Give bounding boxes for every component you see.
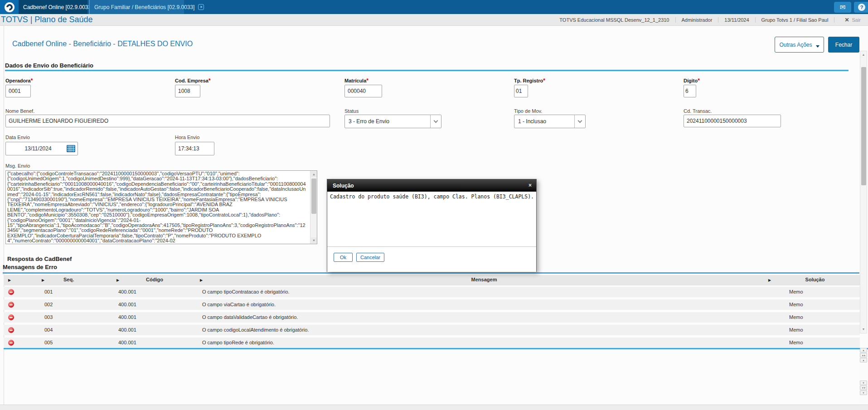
cell-solucao[interactable]: Memo [789,299,803,310]
error-table-header: ▶ ▶ Seq. ▶ Código ▶ Mensagem ▶ Solução [4,275,860,285]
scroll-up-icon[interactable]: ▲ [861,52,866,58]
nome-benef-label: Nome Benef. [5,108,34,114]
scroll-down-icon[interactable]: ▼ [311,237,317,243]
user-label[interactable]: Administrador [676,17,719,23]
tp-registro-field[interactable] [514,85,528,97]
dialog-close-icon[interactable]: × [529,182,532,188]
tab-cadbenef-online[interactable]: Cadbenef Online [02.9.0033] × [19,0,87,14]
error-status-icon [8,302,14,308]
environment-label: TOTVS Educacional MSSQL Desenv_12_1_2310 [553,17,675,23]
error-status-icon [8,314,14,320]
logout-button[interactable]: ✕ Sair [834,17,863,23]
tipo-mov-label: Tipo de Mov. [514,108,542,114]
cd-transac-field[interactable] [684,115,781,127]
hora-envio-field[interactable] [175,142,214,155]
results-divider [3,272,859,274]
totvs-logo-icon [5,2,15,12]
dialog-footer: Ok Cancelar [327,247,536,272]
operadora-field[interactable] [5,85,31,97]
cancel-label: Cancelar [360,255,380,260]
grid-down-button[interactable]: ▼ [860,381,867,385]
close-label: Fechar [835,42,852,48]
horizontal-scrollbar[interactable] [0,405,868,410]
msg-envio-label: Msg. Envio [5,163,30,169]
tab-grupo-familiar[interactable]: Grupo Familiar / Beneficiários [02.9.003… [89,0,184,14]
messages-button[interactable]: ✉ [834,2,851,13]
resposta-cadbenef-title: Resposta do CadBenef [7,256,72,262]
cell-solucao[interactable]: Memo [789,325,803,335]
help-button[interactable]: ? [854,2,868,13]
cell-codigo: 400.001 [118,299,136,310]
section-divider [5,70,849,71]
table-row[interactable]: 005 400.001 O campo tipoRede é obrigatór… [4,338,860,348]
cell-solucao[interactable]: Memo [789,338,803,348]
sort-icon[interactable]: ▶ [42,278,44,282]
cod-empresa-field[interactable] [175,85,200,97]
table-row[interactable]: 001 400.001 O campo tipoContratacao é ob… [4,287,860,297]
error-status-icon [8,289,14,295]
tp-registro-label: Tp. Registro* [514,77,545,84]
tab-label: Grupo Familiar / Beneficiários [02.9.003… [94,4,194,10]
grid-page-up-button[interactable]: ▲▲ [860,353,867,357]
col-mensagem-header[interactable]: Mensagem [200,277,768,282]
ok-button[interactable]: Ok [334,253,353,262]
date-label[interactable]: 13/11/2024 [718,17,755,23]
nome-benef-field[interactable] [5,115,330,127]
digito-field[interactable] [684,85,696,97]
scroll-up-icon[interactable]: ▲ [311,171,317,177]
table-row[interactable]: 002 400.001 O campo viaCartao é obrigató… [4,299,860,310]
other-actions-button[interactable]: Outras Ações [775,37,824,53]
status-select[interactable]: 3 - Erro de Envio [344,115,441,128]
scroll-down-icon[interactable]: ▼ [861,326,866,333]
cancel-button[interactable]: Cancelar [356,253,384,262]
branch-label[interactable]: Grupo Totvs 1 / Filial Sao Paul [756,17,835,23]
page-scrollbar[interactable]: ▲ ▼ [860,51,867,333]
app-header: TOTVS | Plano de Saúde TOTVS Educacional… [0,14,868,26]
matricula-field[interactable] [344,85,382,97]
msg-envio-scrollbar[interactable]: ▲ ▼ [310,171,317,244]
grid-up-button[interactable]: ▲ [860,358,867,362]
section-title: Dados de Envio do Beneficiário [5,62,93,69]
close-page-button[interactable]: Fechar [828,37,859,53]
table-row[interactable]: 003 400.001 O campo dataValidadeCartao é… [4,312,860,323]
cell-solucao[interactable]: Memo [789,287,803,297]
matricula-label: Matrícula* [344,77,369,84]
col-seq-header[interactable]: Seq. [63,277,74,282]
dialog-body: Cadastro do produto saúde (BI3), campo C… [327,192,536,247]
grid-last-button[interactable]: ▼ [860,391,867,395]
grid-page-down-button[interactable]: ▼▼ [860,386,867,390]
data-envio-field[interactable]: 13/11/2024 [5,142,78,155]
logout-label: Sair [852,17,861,23]
brand-title: TOTVS | Plano de Saúde [1,15,92,24]
other-actions-label: Outras Ações [779,42,812,48]
sort-icon[interactable]: ▶ [8,278,11,282]
sort-icon[interactable]: ▶ [116,278,119,282]
totvs-logo[interactable] [0,0,19,14]
scrollbar-thumb[interactable] [861,67,866,185]
tipo-mov-select[interactable]: 1 - Inclusao [514,115,586,128]
chevron-down-icon[interactable] [574,115,585,128]
cell-seq: 005 [44,338,53,348]
cd-transac-label: Cd. Transac. [684,108,712,114]
cell-seq: 003 [44,312,53,323]
cell-codigo: 400.001 [118,312,136,323]
table-row[interactable]: 004 400.001 O campo codigoLocalAtendimen… [4,325,860,335]
browser-tab-bar: Cadbenef Online [02.9.0033] × Grupo Fami… [0,0,868,14]
cell-mensagem: O campo dataValidadeCartao é obrigatório… [202,312,298,323]
page-title: Cadbenef Online - Beneficiário - DETALHE… [12,40,193,48]
col-solucao-header[interactable]: Solução [768,277,862,282]
scrollbar-thumb[interactable] [311,178,316,214]
tab-close-icon[interactable]: × [198,4,204,10]
cod-empresa-label: Cod. Empresa* [175,77,211,84]
error-status-icon [8,327,14,333]
digito-label: Dígito* [684,77,700,84]
cell-solucao[interactable]: Memo [789,312,803,323]
grid-first-button[interactable]: ▲ [860,348,867,352]
status-value: 3 - Erro de Envio [345,118,430,125]
tab-label: Cadbenef Online [02.9.0033] [23,4,92,10]
msg-envio-textarea[interactable]: {"cabecalho":{"codigoControleTransacao":… [5,170,317,244]
calendar-icon[interactable] [67,145,75,152]
chevron-down-icon[interactable] [430,115,441,128]
dialog-titlebar[interactable]: Solução × [327,179,536,192]
col-codigo-header[interactable]: Código [146,277,163,282]
